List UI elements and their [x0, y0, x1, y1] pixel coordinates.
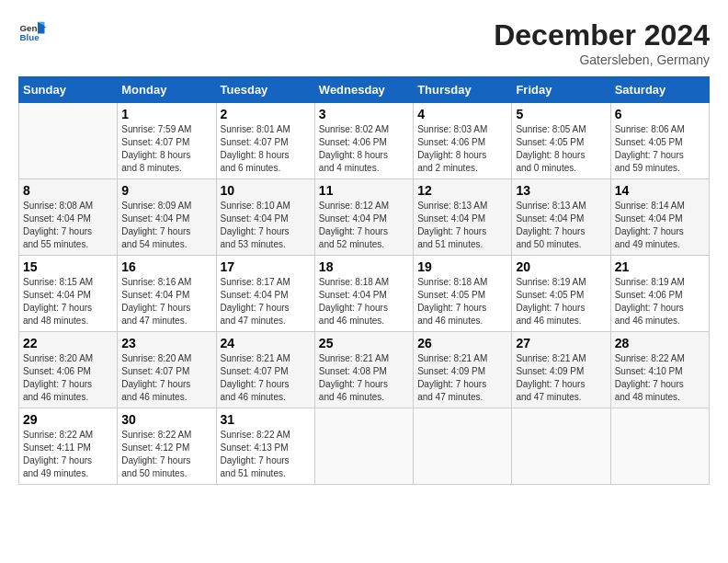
day-info: Sunrise: 8:19 AMSunset: 4:06 PMDaylight:…	[615, 276, 705, 327]
calendar-day-cell: 6Sunrise: 8:06 AMSunset: 4:05 PMDaylight…	[610, 103, 709, 179]
day-of-week-header: Saturday	[610, 77, 709, 103]
day-info: Sunrise: 8:05 AMSunset: 4:05 PMDaylight:…	[516, 123, 606, 175]
day-number: 3	[319, 107, 409, 121]
day-number: 27	[516, 336, 606, 350]
day-of-week-header: Thursday	[414, 77, 512, 103]
day-info: Sunrise: 8:18 AMSunset: 4:05 PMDaylight:…	[417, 276, 507, 327]
day-info: Sunrise: 8:22 AMSunset: 4:12 PMDaylight:…	[121, 429, 211, 480]
calendar-week-row: 1Sunrise: 7:59 AMSunset: 4:07 PMDaylight…	[19, 103, 710, 179]
day-info: Sunrise: 8:03 AMSunset: 4:06 PMDaylight:…	[417, 123, 507, 175]
day-info: Sunrise: 8:02 AMSunset: 4:06 PMDaylight:…	[319, 123, 409, 175]
calendar-day-cell: 15Sunrise: 8:15 AMSunset: 4:04 PMDayligh…	[19, 256, 118, 332]
calendar-header: SundayMondayTuesdayWednesdayThursdayFrid…	[19, 77, 710, 103]
calendar-day-cell: 8Sunrise: 8:08 AMSunset: 4:04 PMDaylight…	[19, 179, 118, 256]
logo: General Blue	[18, 18, 46, 46]
day-of-week-header: Tuesday	[216, 77, 314, 103]
day-info: Sunrise: 8:09 AMSunset: 4:04 PMDaylight:…	[121, 200, 211, 251]
day-info: Sunrise: 8:06 AMSunset: 4:05 PMDaylight:…	[615, 123, 705, 175]
day-number: 28	[615, 336, 705, 350]
calendar-week-row: 29Sunrise: 8:22 AMSunset: 4:11 PMDayligh…	[19, 408, 710, 485]
day-info: Sunrise: 8:19 AMSunset: 4:05 PMDaylight:…	[516, 276, 606, 327]
day-info: Sunrise: 8:17 AMSunset: 4:04 PMDaylight:…	[221, 276, 311, 327]
month-title: December 2024	[494, 18, 710, 52]
day-number: 11	[319, 183, 409, 198]
day-number: 15	[23, 259, 113, 274]
day-number: 2	[221, 107, 311, 121]
calendar-day-cell: 22Sunrise: 8:20 AMSunset: 4:06 PMDayligh…	[19, 332, 118, 408]
day-number: 20	[516, 259, 606, 274]
calendar-day-cell: 31Sunrise: 8:22 AMSunset: 4:13 PMDayligh…	[216, 408, 314, 485]
day-number: 8	[23, 183, 113, 198]
calendar-day-cell: 29Sunrise: 8:22 AMSunset: 4:11 PMDayligh…	[19, 408, 118, 485]
day-info: Sunrise: 8:15 AMSunset: 4:04 PMDaylight:…	[23, 276, 113, 327]
calendar-day-cell: 21Sunrise: 8:19 AMSunset: 4:06 PMDayligh…	[610, 256, 709, 332]
day-of-week-header: Wednesday	[314, 77, 413, 103]
calendar-day-cell: 26Sunrise: 8:21 AMSunset: 4:09 PMDayligh…	[414, 332, 512, 408]
day-number: 21	[615, 259, 705, 274]
calendar-day-cell	[414, 408, 512, 485]
calendar-day-cell: 5Sunrise: 8:05 AMSunset: 4:05 PMDaylight…	[512, 103, 610, 179]
day-info: Sunrise: 8:22 AMSunset: 4:13 PMDaylight:…	[221, 429, 311, 480]
day-number: 6	[615, 107, 705, 121]
calendar-day-cell: 18Sunrise: 8:18 AMSunset: 4:04 PMDayligh…	[314, 256, 413, 332]
day-number: 29	[23, 412, 113, 427]
day-number: 17	[221, 259, 311, 274]
day-number: 18	[319, 259, 409, 274]
day-info: Sunrise: 8:21 AMSunset: 4:08 PMDaylight:…	[319, 352, 409, 404]
location-subtitle: Gatersleben, Germany	[494, 52, 710, 67]
calendar-day-cell: 17Sunrise: 8:17 AMSunset: 4:04 PMDayligh…	[216, 256, 314, 332]
calendar-day-cell: 30Sunrise: 8:22 AMSunset: 4:12 PMDayligh…	[118, 408, 216, 485]
calendar-day-cell: 27Sunrise: 8:21 AMSunset: 4:09 PMDayligh…	[512, 332, 610, 408]
svg-text:Blue: Blue	[20, 32, 40, 42]
calendar-day-cell: 2Sunrise: 8:01 AMSunset: 4:07 PMDaylight…	[216, 103, 314, 179]
day-number: 25	[319, 336, 409, 350]
day-info: Sunrise: 8:20 AMSunset: 4:06 PMDaylight:…	[23, 352, 113, 404]
day-info: Sunrise: 8:16 AMSunset: 4:04 PMDaylight:…	[121, 276, 211, 327]
day-info: Sunrise: 8:21 AMSunset: 4:07 PMDaylight:…	[221, 352, 311, 404]
calendar-day-cell	[512, 408, 610, 485]
calendar-week-row: 22Sunrise: 8:20 AMSunset: 4:06 PMDayligh…	[19, 332, 710, 408]
calendar-week-row: 15Sunrise: 8:15 AMSunset: 4:04 PMDayligh…	[19, 256, 710, 332]
day-number: 10	[221, 183, 311, 198]
day-number: 9	[121, 183, 211, 198]
day-info: Sunrise: 8:01 AMSunset: 4:07 PMDaylight:…	[221, 123, 311, 175]
day-number: 23	[121, 336, 211, 350]
calendar-day-cell: 16Sunrise: 8:16 AMSunset: 4:04 PMDayligh…	[118, 256, 216, 332]
calendar-day-cell: 28Sunrise: 8:22 AMSunset: 4:10 PMDayligh…	[610, 332, 709, 408]
calendar-day-cell	[19, 103, 118, 179]
day-of-week-header: Sunday	[19, 77, 118, 103]
day-number: 26	[417, 336, 507, 350]
calendar-day-cell: 11Sunrise: 8:12 AMSunset: 4:04 PMDayligh…	[314, 179, 413, 256]
day-info: Sunrise: 8:21 AMSunset: 4:09 PMDaylight:…	[417, 352, 507, 404]
day-info: Sunrise: 8:08 AMSunset: 4:04 PMDaylight:…	[23, 200, 113, 251]
calendar-day-cell: 9Sunrise: 8:09 AMSunset: 4:04 PMDaylight…	[118, 179, 216, 256]
day-info: Sunrise: 8:12 AMSunset: 4:04 PMDaylight:…	[319, 200, 409, 251]
day-number: 22	[23, 336, 113, 350]
day-number: 16	[121, 259, 211, 274]
day-info: Sunrise: 8:21 AMSunset: 4:09 PMDaylight:…	[516, 352, 606, 404]
day-number: 14	[615, 183, 705, 198]
calendar-table: SundayMondayTuesdayWednesdayThursdayFrid…	[18, 76, 710, 485]
calendar-week-row: 8Sunrise: 8:08 AMSunset: 4:04 PMDaylight…	[19, 179, 710, 256]
day-info: Sunrise: 8:13 AMSunset: 4:04 PMDaylight:…	[417, 200, 507, 251]
day-number: 1	[121, 107, 211, 121]
day-info: Sunrise: 8:22 AMSunset: 4:10 PMDaylight:…	[615, 352, 705, 404]
calendar-day-cell	[314, 408, 413, 485]
calendar-day-cell: 14Sunrise: 8:14 AMSunset: 4:04 PMDayligh…	[610, 179, 709, 256]
calendar-day-cell: 10Sunrise: 8:10 AMSunset: 4:04 PMDayligh…	[216, 179, 314, 256]
day-number: 30	[121, 412, 211, 427]
day-number: 19	[417, 259, 507, 274]
day-info: Sunrise: 8:20 AMSunset: 4:07 PMDaylight:…	[121, 352, 211, 404]
day-number: 31	[221, 412, 311, 427]
day-number: 13	[516, 183, 606, 198]
calendar-body: 1Sunrise: 7:59 AMSunset: 4:07 PMDaylight…	[19, 103, 710, 485]
day-info: Sunrise: 8:13 AMSunset: 4:04 PMDaylight:…	[516, 200, 606, 251]
calendar-day-cell: 13Sunrise: 8:13 AMSunset: 4:04 PMDayligh…	[512, 179, 610, 256]
day-number: 12	[417, 183, 507, 198]
title-block: December 2024 Gatersleben, Germany	[494, 18, 710, 67]
day-info: Sunrise: 8:18 AMSunset: 4:04 PMDaylight:…	[319, 276, 409, 327]
calendar-day-cell: 24Sunrise: 8:21 AMSunset: 4:07 PMDayligh…	[216, 332, 314, 408]
calendar-day-cell: 19Sunrise: 8:18 AMSunset: 4:05 PMDayligh…	[414, 256, 512, 332]
calendar-day-cell: 25Sunrise: 8:21 AMSunset: 4:08 PMDayligh…	[314, 332, 413, 408]
day-info: Sunrise: 8:14 AMSunset: 4:04 PMDaylight:…	[615, 200, 705, 251]
